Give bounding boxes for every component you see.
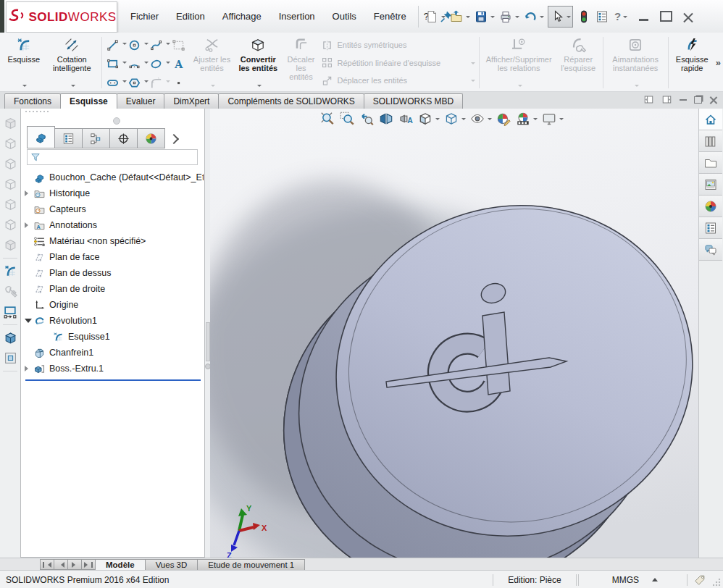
chevron-down-icon[interactable] bbox=[166, 43, 170, 47]
part-3d-view[interactable]: Y X Z bbox=[210, 109, 699, 558]
section-view-button[interactable] bbox=[377, 110, 395, 127]
hidden-lines-view-icon[interactable] bbox=[3, 156, 18, 172]
tree-item-esquisse1[interactable]: Esquisse1 bbox=[22, 329, 204, 345]
select-tool-button[interactable] bbox=[548, 6, 573, 28]
menu-edition[interactable]: Edition bbox=[167, 7, 214, 27]
spline-tool-icon[interactable] bbox=[149, 38, 163, 52]
chevron-down-icon[interactable] bbox=[461, 118, 466, 122]
tab-esquisse[interactable]: Esquisse bbox=[60, 93, 117, 109]
dimxpert-manager-tab[interactable] bbox=[109, 128, 138, 148]
chevron-down-icon[interactable] bbox=[122, 62, 127, 66]
shadows-view-icon[interactable] bbox=[3, 238, 18, 253]
view-palette-tab[interactable] bbox=[699, 174, 722, 196]
home-tab[interactable] bbox=[699, 109, 722, 130]
tab-evaluer[interactable]: Evaluer bbox=[117, 93, 165, 109]
rapid-sketch-button[interactable]: Esquisse rapide bbox=[671, 34, 714, 91]
chevron-down-icon[interactable] bbox=[122, 43, 127, 47]
3d-view-toolbar-icon[interactable] bbox=[3, 330, 18, 345]
chevron-down-icon[interactable] bbox=[490, 16, 495, 20]
isometric-view-icon[interactable] bbox=[3, 197, 18, 212]
chevron-down-icon[interactable] bbox=[466, 16, 470, 20]
first-tab-button[interactable] bbox=[40, 559, 54, 570]
document-minimize-icon[interactable] bbox=[680, 99, 687, 101]
document-restore-icon[interactable] bbox=[694, 96, 702, 104]
status-units[interactable]: MMGS bbox=[583, 575, 642, 585]
chevron-down-icon[interactable] bbox=[71, 85, 75, 89]
tree-item-plan-de-face[interactable]: Plan de face bbox=[22, 249, 204, 265]
chevron-down-icon[interactable] bbox=[166, 62, 170, 66]
rollback-bar[interactable] bbox=[25, 379, 201, 381]
rectangle-tool-icon[interactable] bbox=[106, 57, 120, 71]
expander-icon[interactable] bbox=[22, 366, 33, 371]
edit-appearance-button[interactable] bbox=[495, 110, 512, 127]
tree-item-plan-de-droite[interactable]: Plan de droite bbox=[22, 281, 204, 297]
tree-item-materiau[interactable]: Matériau <non spécifié> bbox=[22, 233, 204, 249]
design-library-tab[interactable] bbox=[699, 130, 722, 152]
window-minimize-button[interactable] bbox=[634, 7, 653, 26]
resize-grip-icon[interactable] bbox=[712, 578, 721, 587]
chevron-down-icon[interactable] bbox=[257, 85, 262, 89]
tree-item-historique[interactable]: Historique bbox=[22, 185, 204, 201]
hide-show-items-button[interactable] bbox=[469, 110, 493, 127]
circle-tool-icon[interactable] bbox=[128, 38, 141, 52]
polygon-tool-icon[interactable] bbox=[128, 76, 141, 90]
custom-properties-tag-icon[interactable] bbox=[693, 574, 706, 587]
ellipse-tool-icon[interactable] bbox=[149, 57, 163, 71]
chevron-down-icon[interactable] bbox=[122, 80, 127, 85]
section-view-toolbar-icon[interactable] bbox=[3, 350, 18, 366]
collapse-pane-right-icon[interactable] bbox=[661, 94, 672, 105]
tree-item-boss-extru1[interactable]: Boss.-Extru.1 bbox=[22, 361, 204, 377]
menu-fichier[interactable]: Fichier bbox=[122, 7, 167, 27]
chevron-down-icon[interactable] bbox=[435, 118, 440, 122]
ribbon-overflow-button[interactable]: » bbox=[714, 57, 723, 68]
tree-item-revolution1[interactable]: Révolution1 bbox=[22, 313, 204, 329]
chevron-down-icon[interactable] bbox=[22, 85, 27, 89]
view-orientation-button[interactable] bbox=[417, 110, 440, 127]
chevron-down-icon[interactable] bbox=[144, 62, 149, 66]
rebuild-button[interactable] bbox=[575, 6, 593, 28]
file-explorer-tab[interactable] bbox=[699, 152, 722, 174]
panel-collapse-handle[interactable] bbox=[113, 117, 120, 125]
feature-tree-tab[interactable] bbox=[27, 126, 55, 148]
window-maximize-button[interactable] bbox=[656, 7, 675, 26]
property-manager-tab[interactable] bbox=[54, 128, 83, 148]
tree-item-chanfrein1[interactable]: Chanfrein1 bbox=[22, 345, 204, 361]
slot-tool-icon[interactable] bbox=[106, 76, 120, 90]
chevron-down-icon[interactable] bbox=[515, 16, 519, 20]
tab-dimxpert[interactable]: DimXpert bbox=[164, 93, 219, 109]
expander-icon[interactable] bbox=[22, 222, 33, 228]
convert-entities-button[interactable]: Convertir les entités bbox=[234, 34, 283, 91]
new-document-button[interactable] bbox=[423, 6, 447, 28]
print-button[interactable] bbox=[497, 6, 521, 28]
previous-view-button[interactable] bbox=[358, 110, 375, 127]
tree-item-origine[interactable]: Origine bbox=[22, 297, 204, 313]
chevron-down-icon[interactable] bbox=[441, 16, 446, 20]
panel-tabs-overflow-icon[interactable] bbox=[169, 134, 179, 144]
chevron-down-icon[interactable] bbox=[567, 16, 571, 20]
smart-dimension-button[interactable]: Cotation intelligente bbox=[44, 34, 99, 91]
panel-drag-handle[interactable] bbox=[25, 111, 49, 112]
tree-item-annotations[interactable]: Annotations bbox=[22, 217, 204, 233]
save-button[interactable] bbox=[472, 6, 496, 28]
tree-filter-input[interactable] bbox=[44, 151, 195, 164]
last-tab-button[interactable] bbox=[81, 559, 96, 570]
window-close-button[interactable] bbox=[679, 7, 698, 26]
chevron-down-icon[interactable] bbox=[540, 16, 544, 20]
expander-icon[interactable] bbox=[22, 190, 33, 196]
menu-insertion[interactable]: Insertion bbox=[270, 7, 324, 27]
configuration-manager-tab[interactable] bbox=[82, 128, 110, 148]
view-settings-button[interactable] bbox=[540, 110, 564, 127]
tab-complements[interactable]: Compléments de SOLIDWORKS bbox=[218, 93, 364, 109]
display-style-button[interactable] bbox=[443, 110, 467, 127]
undo-button[interactable] bbox=[522, 6, 546, 28]
collapse-pane-left-icon[interactable] bbox=[643, 94, 654, 105]
apply-scene-button[interactable] bbox=[514, 110, 538, 127]
text-tool-icon[interactable] bbox=[172, 57, 185, 71]
zoom-to-fit-button[interactable] bbox=[319, 110, 336, 127]
tab-mbd[interactable]: SOLIDWORKS MBD bbox=[364, 93, 463, 109]
help-button[interactable]: ? bbox=[611, 6, 630, 28]
forum-tab[interactable] bbox=[699, 239, 722, 261]
display-manager-tab[interactable] bbox=[137, 128, 165, 148]
chevron-down-icon[interactable] bbox=[623, 16, 627, 20]
line-tool-icon[interactable] bbox=[106, 38, 120, 52]
